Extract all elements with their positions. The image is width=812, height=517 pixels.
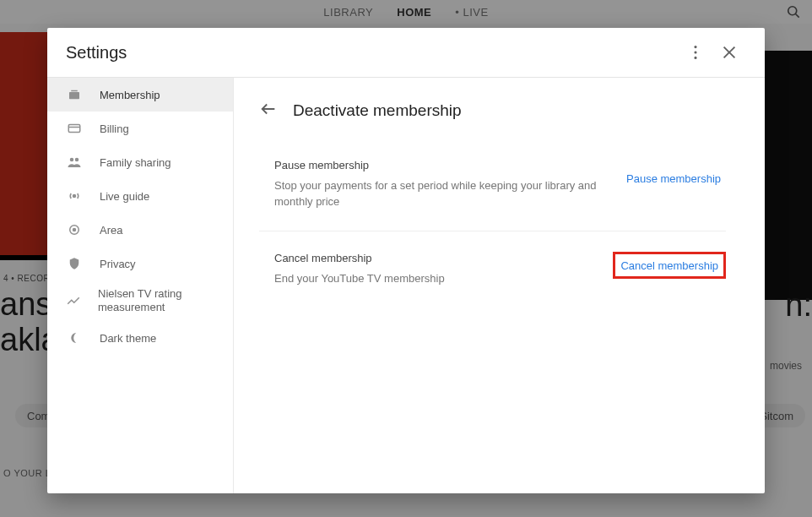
content-title: Deactivate membership [293, 101, 462, 120]
sidebar-item-label: Privacy [100, 258, 136, 270]
sidebar-item-label: Billing [100, 122, 129, 135]
sidebar-item-label: Dark theme [100, 332, 156, 345]
content-header: Deactivate membership [259, 100, 726, 122]
sidebar-item-live-guide[interactable]: Live guide [47, 179, 233, 213]
privacy-icon [66, 256, 83, 271]
sidebar-item-label: Live guide [100, 190, 149, 203]
more-options-button[interactable] [679, 35, 712, 69]
sidebar-item-label: Family sharing [100, 156, 171, 169]
pause-description: Stop your payments for a set period whil… [274, 178, 604, 210]
family-icon [66, 155, 83, 170]
close-icon [720, 43, 739, 62]
settings-sidebar: Membership Billing Family sharing Live g… [47, 78, 234, 493]
modal-title: Settings [66, 43, 679, 63]
svg-point-4 [694, 57, 696, 59]
modal-header: Settings [47, 28, 765, 78]
svg-rect-8 [71, 90, 78, 92]
sidebar-item-dark-theme[interactable]: Dark theme [47, 321, 233, 355]
svg-point-3 [694, 51, 696, 53]
svg-rect-7 [69, 92, 79, 99]
settings-modal: Settings Membership Billing Family shari… [47, 28, 765, 493]
svg-point-15 [73, 229, 76, 231]
cancel-description: End your YouTube TV membership [274, 271, 596, 287]
sidebar-item-area[interactable]: Area [47, 213, 233, 247]
sidebar-item-privacy[interactable]: Privacy [47, 247, 233, 280]
svg-point-12 [75, 158, 79, 162]
close-button[interactable] [712, 35, 746, 69]
sidebar-item-label: Nielsen TV rating measurement [98, 287, 233, 315]
pause-title: Pause membership [274, 159, 604, 171]
settings-content: Deactivate membership Pause membership S… [234, 78, 765, 493]
pause-membership-link[interactable]: Pause membership [621, 166, 726, 192]
sidebar-item-family-sharing[interactable]: Family sharing [47, 145, 233, 179]
sidebar-item-label: Area [100, 224, 122, 237]
sidebar-item-membership[interactable]: Membership [47, 78, 233, 112]
back-button[interactable] [259, 100, 278, 122]
svg-rect-9 [68, 125, 80, 133]
sidebar-item-nielsen[interactable]: Nielsen TV rating measurement [47, 280, 233, 321]
svg-point-13 [73, 195, 76, 198]
section-pause-membership: Pause membership Stop your payments for … [259, 159, 726, 231]
membership-icon [66, 87, 83, 102]
svg-point-11 [70, 158, 74, 162]
svg-point-2 [694, 46, 696, 48]
live-icon [66, 188, 83, 204]
modal-body: Membership Billing Family sharing Live g… [47, 78, 765, 493]
sidebar-item-billing[interactable]: Billing [47, 112, 233, 145]
area-icon [66, 222, 83, 237]
section-cancel-membership: Cancel membership End your YouTube TV me… [259, 231, 726, 307]
billing-icon [66, 121, 83, 136]
moon-icon [66, 330, 83, 346]
nielsen-icon [66, 293, 81, 308]
annotation-highlight: Cancel membership [613, 252, 726, 279]
cancel-membership-link[interactable]: Cancel membership [620, 259, 718, 272]
cancel-title: Cancel membership [274, 252, 596, 264]
arrow-left-icon [259, 100, 278, 118]
sidebar-item-label: Membership [100, 89, 160, 101]
kebab-icon [686, 43, 705, 62]
